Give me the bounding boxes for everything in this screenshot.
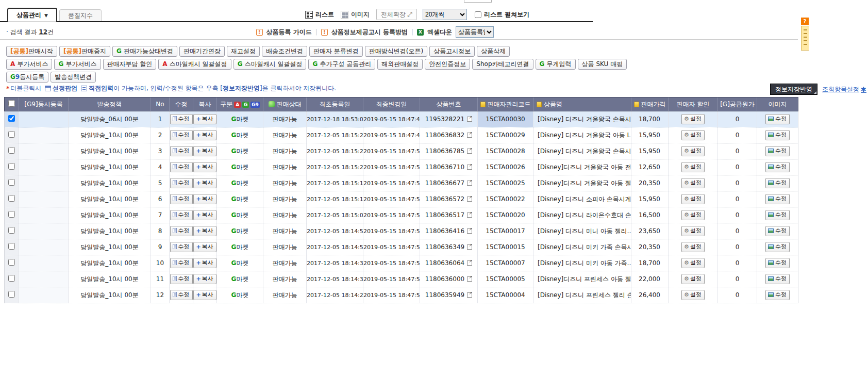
discount-set-button[interactable]: ⚙설정 (681, 274, 705, 284)
row-checkbox[interactable] (8, 147, 15, 154)
page-size-select[interactable]: 20개씩 (423, 9, 467, 20)
row-edit-button[interactable]: 수정 (170, 146, 193, 156)
external-link-icon[interactable] (467, 228, 472, 234)
toolbar-button[interactable]: 발송정책변경 (51, 72, 96, 83)
row-checkbox[interactable] (8, 179, 15, 186)
image-edit-button[interactable]: 수정 (765, 114, 790, 124)
row-checkbox[interactable] (8, 115, 15, 122)
external-link-icon[interactable] (467, 212, 472, 218)
image-edit-button[interactable]: 수정 (765, 274, 790, 284)
row-copy-button[interactable]: +복사 (193, 194, 216, 204)
product-notice-method-link[interactable]: 상품정보제공고시 등록방법 (331, 28, 408, 37)
row-edit-button[interactable]: 수정 (170, 162, 193, 172)
image-view-icon[interactable] (341, 11, 348, 19)
discount-set-button[interactable]: ⚙설정 (681, 290, 705, 300)
image-edit-button[interactable]: 수정 (765, 258, 790, 268)
row-checkbox[interactable] (8, 243, 15, 250)
image-view-label[interactable]: 이미지 (351, 10, 370, 19)
row-copy-button[interactable]: +복사 (193, 162, 216, 172)
row-checkbox[interactable] (8, 211, 15, 218)
select-all-checkbox[interactable] (8, 100, 15, 107)
image-edit-button[interactable]: 수정 (765, 178, 790, 188)
tab-quality-index[interactable]: 품질지수 (59, 9, 102, 22)
discount-set-button[interactable]: ⚙설정 (681, 210, 705, 220)
list-view-label[interactable]: 리스트 (315, 10, 334, 19)
row-checkbox[interactable] (8, 259, 15, 266)
expand-all-button[interactable]: 전체확장 ⤢ (376, 9, 417, 20)
row-copy-button[interactable]: +복사 (193, 274, 216, 284)
help-icon[interactable]: ? (801, 18, 809, 25)
toolbar-button[interactable]: 판매기간연장 (179, 46, 225, 57)
toolbar-button[interactable]: Shop카테고리연결 (472, 59, 533, 70)
tab-product-manage[interactable]: 상품관리 ▼ (7, 8, 57, 22)
row-copy-button[interactable]: +복사 (193, 178, 216, 188)
row-edit-button[interactable]: 수정 (170, 194, 193, 204)
row-edit-button[interactable]: 수정 (170, 258, 193, 268)
toolbar-button[interactable]: 판매방식변경(오픈) (365, 46, 427, 57)
discount-set-button[interactable]: ⚙설정 (681, 242, 705, 252)
toolbar-button[interactable]: G 추가구성 공동관리 (308, 59, 375, 70)
row-edit-button[interactable]: 수정 (170, 114, 193, 124)
toolbar-button[interactable]: 상품고시정보 (429, 46, 475, 57)
expand-list-toggle[interactable]: 리스트 펼쳐보기 (475, 10, 529, 19)
row-checkbox[interactable] (8, 131, 15, 138)
row-copy-button[interactable]: +복사 (193, 258, 216, 268)
external-link-icon[interactable] (467, 276, 472, 282)
toolbar-button[interactable]: G 부가서비스 (54, 59, 101, 70)
discount-set-button[interactable]: ⚙설정 (681, 194, 705, 204)
row-edit-button[interactable]: 수정 (170, 130, 193, 140)
row-checkbox[interactable] (8, 195, 15, 202)
discount-set-button[interactable]: ⚙설정 (681, 146, 705, 156)
side-flyout-tab[interactable] (801, 26, 809, 51)
toolbar-button[interactable]: 판매자부담 할인 (103, 59, 157, 70)
toolbar-button[interactable]: 상품삭제 (477, 46, 510, 57)
external-link-icon[interactable] (467, 244, 472, 250)
toolbar-button[interactable]: [공통]판매중지 (59, 46, 110, 57)
toolbar-button[interactable]: G 무게입력 (536, 59, 576, 70)
toolbar-button[interactable]: A 스마일캐시 일괄설정 (158, 59, 231, 70)
row-copy-button[interactable]: +복사 (193, 210, 216, 220)
toolbar-button[interactable]: 배송조건변경 (262, 46, 307, 57)
row-copy-button[interactable]: +복사 (193, 226, 216, 236)
row-checkbox[interactable] (8, 227, 15, 234)
toolbar-button[interactable]: G 스마일캐시 일괄설정 (233, 59, 307, 70)
row-checkbox[interactable] (8, 163, 15, 170)
product-register-guide-link[interactable]: 상품등록 가이드 (266, 28, 312, 37)
external-link-icon[interactable] (467, 165, 472, 170)
external-link-icon[interactable] (467, 260, 472, 266)
row-copy-button[interactable]: +복사 (193, 130, 216, 140)
toolbar-button[interactable]: A 부가서비스 (6, 59, 52, 70)
discount-set-button[interactable]: ⚙설정 (681, 162, 705, 172)
external-link-icon[interactable] (467, 197, 472, 202)
external-link-icon[interactable] (467, 149, 472, 154)
external-link-icon[interactable] (467, 117, 472, 122)
row-copy-button[interactable]: +복사 (193, 290, 216, 300)
image-edit-button[interactable]: 수정 (765, 210, 790, 220)
row-edit-button[interactable]: 수정 (170, 290, 193, 300)
row-copy-button[interactable]: +복사 (193, 242, 216, 252)
toolbar-button[interactable]: 해외판매설정 (377, 59, 423, 70)
row-edit-button[interactable]: 수정 (170, 178, 193, 188)
row-copy-button[interactable]: +복사 (193, 114, 216, 124)
image-edit-button[interactable]: 수정 (765, 290, 790, 300)
image-edit-button[interactable]: 수정 (765, 146, 790, 156)
toolbar-button[interactable]: 재고설정 (227, 46, 260, 57)
excel-download-link[interactable]: 엑셀다운 (427, 28, 452, 37)
row-edit-button[interactable]: 수정 (170, 242, 193, 252)
toolbar-button[interactable]: 판매자 분류변경 (309, 46, 363, 57)
discount-set-button[interactable]: ⚙설정 (681, 178, 705, 188)
discount-set-button[interactable]: ⚙설정 (681, 114, 705, 124)
toolbar-button[interactable]: [공통]판매시작 (6, 46, 57, 57)
row-edit-button[interactable]: 수정 (170, 226, 193, 236)
external-link-icon[interactable] (467, 292, 472, 298)
row-copy-button[interactable]: +복사 (193, 146, 216, 156)
column-settings-link[interactable]: 조회항목설정 ✱ (822, 85, 866, 94)
row-checkbox[interactable] (8, 275, 15, 282)
external-link-icon[interactable] (467, 133, 472, 138)
row-edit-button[interactable]: 수정 (170, 210, 193, 220)
toolbar-button[interactable]: 상품 SKU 매핑 (578, 59, 627, 70)
save-info-button[interactable]: 정보저장반영 (770, 84, 817, 95)
row-edit-button[interactable]: 수정 (170, 274, 193, 284)
toolbar-button[interactable]: G9동시등록 (6, 72, 48, 83)
list-view-icon[interactable] (305, 11, 313, 19)
